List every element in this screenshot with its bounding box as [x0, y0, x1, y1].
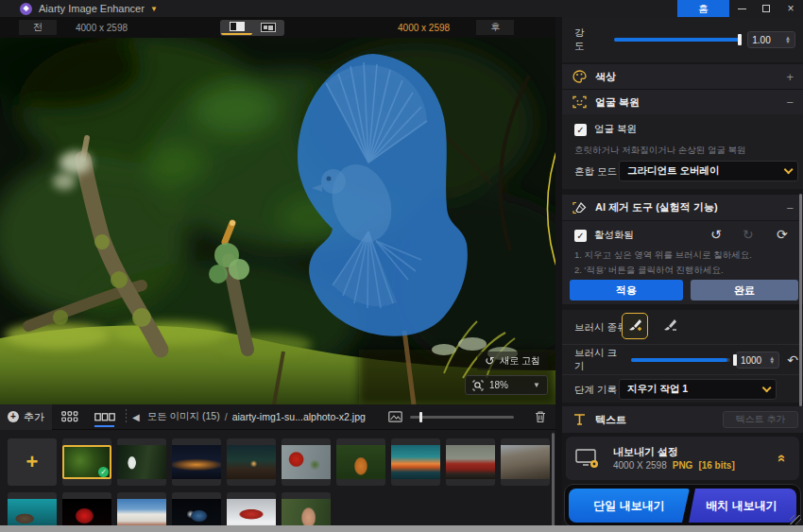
thumbnail-sunset-lake[interactable]: [391, 438, 440, 486]
strength-slider[interactable]: [614, 38, 740, 42]
brush-add-icon: [627, 318, 642, 334]
collapse-icon[interactable]: −: [786, 95, 794, 110]
blend-mode-value: 그라디언트 오버레이: [627, 164, 719, 178]
photo-bird-forest: [0, 38, 555, 404]
thumbnail-scrollbar[interactable]: [552, 433, 555, 532]
export-format: PNG: [673, 460, 693, 471]
thumbnail-girl-portrait[interactable]: [336, 438, 385, 486]
filmstrip-view-icon: [94, 413, 115, 421]
color-section-header[interactable]: 색상 +: [562, 64, 803, 89]
thumbnail-image: [501, 445, 550, 479]
thumbnail-image: [391, 445, 440, 479]
grid-view-button[interactable]: [52, 404, 87, 430]
export-settings-card[interactable]: 내보내기 설정 4000 X 2598 PNG [16 bits] «: [566, 437, 799, 480]
thumbnail-image: [227, 445, 276, 479]
thumbnail-size-slider[interactable]: [410, 416, 514, 419]
minimize-button[interactable]: [729, 0, 754, 17]
export-dimensions: 4000 X 2598: [613, 460, 667, 471]
color-section-label: 색상: [595, 70, 616, 84]
close-button[interactable]: ×: [778, 0, 803, 17]
app-title: Aiarty Image Enhancer: [39, 3, 145, 14]
instruction-step-2: 2. '적용' 버튼을 클릭하여 진행하세요.: [574, 265, 724, 277]
ai-remove-section-header[interactable]: AI 제거 도구 (실험적 기능) −: [562, 195, 803, 220]
face-restore-checkbox-label: 얼굴 복원: [594, 123, 637, 136]
ai-remove-section-label: AI 제거 도구 (실험적 기능): [595, 200, 718, 215]
apply-button[interactable]: 적용: [570, 280, 683, 300]
strength-value-spinner[interactable]: 1.00 ▲▼: [747, 31, 795, 48]
chevron-down-icon[interactable]: ▼: [150, 5, 158, 13]
palette-icon: [572, 69, 587, 84]
side-by-side-view-button[interactable]: [252, 21, 283, 35]
thumbnail-red-classic-car[interactable]: [446, 438, 495, 486]
thumbnail-size-icon: [388, 411, 402, 422]
refresh-control[interactable]: ↺ 새로 고침: [477, 352, 548, 370]
collapse-up-icon[interactable]: «: [774, 455, 790, 462]
add-label: 추가: [24, 410, 44, 424]
instruction-step-1: 1. 지우고 싶은 영역 위를 브러시로 칠하세요.: [574, 249, 752, 262]
export-bit-depth: [16 bits]: [698, 460, 734, 471]
trash-icon[interactable]: [535, 410, 546, 423]
tab-after[interactable]: 후: [476, 20, 514, 35]
enabled-checkbox-row[interactable]: ✓ 활성화됨: [574, 227, 634, 244]
thumbnail-village-street[interactable]: [501, 438, 550, 486]
eraser-icon: [572, 200, 587, 215]
face-restore-checkbox-row[interactable]: ✓ 얼굴 복원: [574, 121, 637, 138]
brush-add-button[interactable]: [622, 313, 648, 339]
side-by-side-icon: [261, 23, 276, 32]
selected-check-icon: ✓: [98, 467, 109, 477]
window-bottom-scrollbar[interactable]: [0, 525, 803, 532]
zoom-control[interactable]: 18% ▼: [465, 375, 548, 395]
batch-export-button[interactable]: 배치 내보내기: [687, 489, 796, 523]
split-view-button[interactable]: [221, 21, 252, 35]
maximize-button[interactable]: [754, 0, 778, 17]
brush-size-slider[interactable]: [631, 358, 730, 362]
breadcrumb-all-images[interactable]: 모든 이미지 (15): [147, 410, 220, 423]
blend-mode-label: 혼합 모드: [574, 165, 617, 179]
brush-size-label: 브러시 크기: [574, 347, 622, 373]
chevron-down-icon: [762, 383, 772, 392]
undo-icon[interactable]: ↺: [710, 228, 722, 241]
brush-size-spinner[interactable]: 1000 ▲▼: [736, 352, 779, 369]
blend-mode-dropdown[interactable]: 그라디언트 오버레이: [619, 161, 798, 181]
add-images-button[interactable]: + 추가: [0, 404, 52, 430]
filmstrip-view-button[interactable]: [87, 404, 122, 430]
tab-before[interactable]: 전: [19, 20, 57, 35]
thumbnail-red-flower-hummingbird[interactable]: [282, 438, 331, 486]
thumbnail-gallery: + ✓: [0, 430, 555, 532]
redo-icon[interactable]: ↻: [743, 228, 754, 241]
titlebar: ◆ Aiarty Image Enhancer ▼ 홈 ×: [0, 0, 803, 17]
thumbnail-heron[interactable]: [117, 438, 166, 486]
zoom-level: 18%: [489, 380, 508, 390]
face-section-header[interactable]: 얼굴 복원 −: [562, 90, 803, 114]
history-dropdown[interactable]: 지우기 작업 1: [619, 379, 777, 400]
settings-panel: 강도 1.00 ▲▼ 색상 +: [562, 17, 803, 532]
back-arrow-icon[interactable]: ◀: [132, 412, 140, 422]
grid-view-icon: [61, 411, 78, 422]
plus-circle-icon: +: [8, 411, 19, 422]
thumbnail-image: [172, 445, 221, 479]
window-resize-grip[interactable]: [790, 515, 801, 524]
home-button[interactable]: 홈: [677, 0, 729, 17]
brush-size-value: 1000: [741, 355, 761, 366]
thumbnail-lake-house[interactable]: [227, 438, 276, 486]
enabled-label: 활성화됨: [594, 229, 634, 242]
brush-size-reset-icon[interactable]: ↶: [787, 353, 798, 367]
text-tool-icon: [572, 412, 587, 427]
add-text-button[interactable]: 텍스트 추가: [723, 411, 798, 428]
enabled-checkbox[interactable]: ✓: [574, 230, 587, 242]
expand-icon[interactable]: +: [786, 70, 794, 84]
text-section-header[interactable]: 텍스트 텍스트 추가: [562, 406, 803, 433]
brush-subtract-button[interactable]: [657, 313, 683, 339]
thumbnail-bird-forest-selected[interactable]: ✓: [62, 438, 111, 486]
chevron-down-icon: ▼: [533, 381, 540, 389]
single-export-button[interactable]: 단일 내보내기: [569, 489, 690, 523]
done-button[interactable]: 완료: [691, 280, 798, 300]
history-value: 지우기 작업 1: [627, 383, 688, 396]
thumbnail-city-night[interactable]: [172, 438, 221, 486]
collapse-icon[interactable]: −: [786, 200, 794, 215]
panel-scrollbar[interactable]: [799, 194, 802, 406]
image-canvas[interactable]: ↺ 새로 고침 18% ▼: [0, 38, 555, 404]
reset-icon[interactable]: ⟳: [777, 228, 788, 241]
add-image-tile[interactable]: +: [8, 438, 57, 486]
face-restore-checkbox[interactable]: ✓: [574, 124, 587, 136]
